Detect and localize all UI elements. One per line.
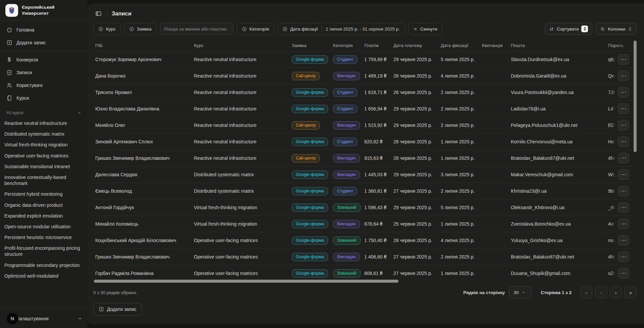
cell-payment: 1 656,94 ₴ xyxy=(362,106,391,111)
circle-plus-icon xyxy=(129,27,134,32)
horizontal-scrollbar[interactable] xyxy=(94,280,398,283)
cell-payment-date: 28 червня 2025 р. xyxy=(391,73,439,79)
sidebar-course-item[interactable]: Profit-focused encompassing pricing stru… xyxy=(4,243,86,260)
column-header[interactable]: Квитанція xyxy=(480,43,509,48)
table-row[interactable]: Сторожук Зоремир АрсеновичReactive neutr… xyxy=(93,51,632,67)
first-page-button[interactable]: « xyxy=(580,286,592,298)
table-row[interactable]: Далеслава СердюкDistributed systematic m… xyxy=(93,166,632,183)
row-actions-button[interactable]: ⋯ xyxy=(618,87,629,98)
sidebar-toggle-button[interactable] xyxy=(93,8,103,18)
table-row[interactable]: Трясило ЯромилReactive neutral infrastru… xyxy=(93,84,632,100)
sidebar-item-records[interactable]: Записи xyxy=(4,66,84,79)
table-row[interactable]: Горбач Радміла РоманівнаOperative user-f… xyxy=(93,265,632,279)
chevron-down-icon xyxy=(522,290,526,294)
reset-filters-button[interactable]: Скинути xyxy=(408,23,442,35)
table-row[interactable]: Юхно Владислава ДанилівнаReactive neutra… xyxy=(93,100,632,117)
chevron-select-icon xyxy=(628,27,632,31)
row-actions-button[interactable]: ⋯ xyxy=(618,186,629,196)
table-row[interactable]: Дана БорочкоReactive neutral infrastruct… xyxy=(93,67,632,84)
table-row[interactable]: Міняйло ОлегReactive neutral infrastruct… xyxy=(93,117,632,133)
row-actions-button[interactable]: ⋯ xyxy=(618,54,629,65)
table-row[interactable]: Зиновій Артемович СплюхReactive neutral … xyxy=(93,133,632,150)
sidebar-course-item[interactable]: Open-source modular utilisation xyxy=(4,221,86,232)
avatar[interactable]: N xyxy=(6,312,19,325)
add-record-icon xyxy=(99,307,104,312)
row-actions-button[interactable]: ⋯ xyxy=(618,268,629,279)
search-input[interactable] xyxy=(160,23,233,35)
cell-application: Google-форма xyxy=(290,138,331,146)
column-header[interactable]: Категорія xyxy=(331,43,362,48)
table-row[interactable]: Гришко Звенимир ВладиславовичOperative u… xyxy=(93,248,632,265)
sidebar-item-conversion[interactable]: $Конверсія xyxy=(4,53,84,66)
sidebar-course-item[interactable]: Distributed systematic matrix xyxy=(4,129,86,139)
sidebar-item-courses[interactable]: Курси xyxy=(4,92,84,104)
table-row[interactable]: Антоній ГордійчукVirtual fresh-thinking … xyxy=(93,199,632,216)
sort-button[interactable]: Сортувати 2 xyxy=(545,23,593,35)
sidebar-course-item[interactable]: Optimized well-modulated xyxy=(4,271,86,281)
app-root: Європейський Університет ГоловнаДодати з… xyxy=(0,0,644,328)
column-header[interactable]: ПІБ xyxy=(93,43,192,48)
vertical-scrollbar[interactable] xyxy=(634,41,637,152)
row-actions-button[interactable]: ⋯ xyxy=(618,136,629,147)
sidebar-course-item[interactable]: Operative user-facing matrices xyxy=(4,150,86,161)
ellipsis-icon: ⋯ xyxy=(621,73,626,79)
next-page-button[interactable]: › xyxy=(610,286,622,298)
cell-email: Pelageya.Poluuschuk1@ukr.net xyxy=(509,123,606,128)
column-header[interactable]: Курс xyxy=(192,43,290,48)
column-header[interactable]: Дата фіксації xyxy=(439,43,480,48)
sidebar-course-item[interactable]: Reactive neutral infrastructure xyxy=(4,118,86,129)
row-actions-button[interactable]: ⋯ xyxy=(618,71,629,81)
table-row[interactable]: Михайло КоломієцьVirtual fresh-thinking … xyxy=(93,216,632,232)
column-header[interactable]: Платіж xyxy=(362,43,391,48)
sidebar-item-label: Головна xyxy=(16,27,34,33)
prev-page-button[interactable]: ‹ xyxy=(595,286,607,298)
ellipsis-icon: ⋯ xyxy=(621,57,626,62)
sidebar-course-item[interactable]: Virtual fresh-thinking migration xyxy=(4,139,86,150)
category-filter-button[interactable]: Категорія xyxy=(237,23,274,35)
sidebar-course-item[interactable]: Persistent heuristic microservice xyxy=(4,232,86,243)
application-filter-button[interactable]: Заявка xyxy=(124,23,157,35)
last-page-button[interactable]: » xyxy=(625,286,637,298)
org-header[interactable]: Європейський Університет xyxy=(0,0,88,20)
row-actions-button[interactable]: ⋯ xyxy=(618,251,629,262)
table-row[interactable]: Коцюбинський Аркадій БілославовичOperati… xyxy=(93,232,632,248)
courses-section-label: Усі курси xyxy=(6,110,23,115)
cell-course: Distributed systematic matrix xyxy=(192,172,290,177)
cell-application: Google-форма xyxy=(290,220,331,228)
cell-application: Google-форма xyxy=(290,171,331,179)
course-filter-button[interactable]: Курс xyxy=(93,23,121,35)
sidebar-item-home[interactable]: Головна xyxy=(4,24,84,36)
sidebar-course-item[interactable]: Expanded explicit emulation xyxy=(4,210,86,221)
application-badge: Google-форма xyxy=(292,187,328,195)
row-actions-button[interactable]: ⋯ xyxy=(618,219,629,229)
table-row[interactable]: Гришко Звенимир ВладиславовичReactive ne… xyxy=(93,150,632,166)
column-header[interactable]: Пошта xyxy=(509,43,606,48)
sidebar-item-add-record[interactable]: Додати запис xyxy=(4,36,84,49)
sidebar-course-item[interactable]: Innovative contextually-based benchmark xyxy=(4,172,86,189)
add-record-button[interactable]: Додати запис xyxy=(93,303,142,316)
row-actions-button[interactable]: ⋯ xyxy=(618,120,629,131)
settings-row[interactable]: Налаштування N xyxy=(0,309,88,328)
row-actions-button[interactable]: ⋯ xyxy=(618,202,629,213)
column-header[interactable]: Пароль xyxy=(606,43,632,48)
sidebar-course-item[interactable]: Sustainable transitional intranet xyxy=(4,161,86,172)
rows-per-page-select[interactable]: 30 xyxy=(509,286,531,298)
row-actions-button[interactable]: ⋯ xyxy=(618,235,629,246)
sidebar-item-users[interactable]: Користувачі xyxy=(4,79,84,92)
sidebar-course-item[interactable]: Organic data-driven product xyxy=(4,200,86,210)
cell-password: _rbV⋯ xyxy=(606,199,632,216)
table-row[interactable]: Ємець ВсеволодDistributed systematic mat… xyxy=(93,183,632,199)
row-actions-button[interactable]: ⋯ xyxy=(618,153,629,163)
courses-section-header[interactable]: Усі курси xyxy=(0,105,88,117)
cell-name: Дана Борочко xyxy=(93,73,192,79)
sidebar-course-item[interactable]: Persistent hybrid monitoring xyxy=(4,189,86,199)
sidebar-course-item[interactable]: Programmable secondary projection xyxy=(4,260,86,271)
fixation-date-filter-button[interactable]: Дата фіксації 1 липня 2025 р. - 31 серпн… xyxy=(277,23,405,35)
sliders-icon xyxy=(600,27,605,32)
category-badge: Зовнішній xyxy=(333,236,361,245)
row-actions-button[interactable]: ⋯ xyxy=(618,103,629,114)
row-actions-button[interactable]: ⋯ xyxy=(618,169,629,180)
column-header[interactable]: Дата платежу xyxy=(391,43,439,48)
column-header[interactable]: Заявка xyxy=(290,43,331,48)
columns-button[interactable]: Колонки xyxy=(596,23,637,35)
